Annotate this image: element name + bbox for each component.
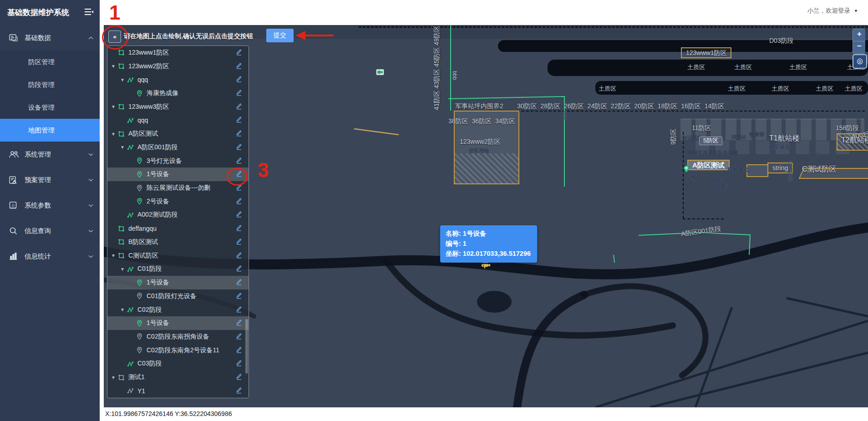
tree-item-label: qqq xyxy=(137,117,233,124)
tree-item-18[interactable]: C01防段灯光设备 xyxy=(107,289,249,303)
tree-item-11[interactable]: 2号设备 xyxy=(107,195,249,208)
edit-pencil-icon[interactable] xyxy=(236,224,244,233)
tree-item-7[interactable]: ▼A防区001防段 xyxy=(107,141,249,154)
tree-item-10[interactable]: 陈云展测试设备---勿删 xyxy=(107,181,249,195)
tree-item-1[interactable]: ▼123www2防区 xyxy=(107,60,249,73)
map-pin-icon[interactable] xyxy=(683,165,690,173)
edit-pencil-icon[interactable] xyxy=(236,265,244,273)
edit-pencil-icon[interactable] xyxy=(236,198,244,206)
expand-arrow-icon[interactable]: ▼ xyxy=(120,145,127,150)
edit-pencil-icon[interactable] xyxy=(236,333,244,341)
device-pin-icon xyxy=(137,90,144,97)
tree-item-label: Y1 xyxy=(137,387,233,395)
tree-item-13[interactable]: deffangqu xyxy=(107,222,249,235)
edit-pencil-icon[interactable] xyxy=(236,319,244,327)
zone-rect-icon xyxy=(118,239,126,245)
tree-item-17-selected[interactable]: 1号设备 xyxy=(107,276,249,289)
edit-pencil-icon[interactable] xyxy=(236,360,244,368)
sidebar-item-zone-mgmt[interactable]: 防区管理 xyxy=(0,51,100,73)
sidebar-item-base-data[interactable]: 基础数据 xyxy=(0,25,100,51)
edit-pencil-icon[interactable] xyxy=(236,116,244,124)
tree-item-label: B防区测试 xyxy=(128,238,233,246)
tree-item-5[interactable]: qqq xyxy=(107,114,249,127)
expand-arrow-icon[interactable]: ▼ xyxy=(111,375,118,380)
tree-item-16[interactable]: ▼C01防段 xyxy=(107,263,249,276)
edit-pencil-icon[interactable] xyxy=(236,238,244,246)
tree-item-6[interactable]: ▼A防区测试 xyxy=(107,127,249,141)
tree-item-23[interactable]: C03防段 xyxy=(107,357,249,371)
tree-item-19[interactable]: ▼C02防段 xyxy=(107,303,249,317)
edit-pencil-icon[interactable] xyxy=(236,89,244,97)
map-label-27: T1航站楼 xyxy=(769,134,800,142)
map-label-39: 储煤场 xyxy=(715,184,731,190)
segment-line-icon xyxy=(127,361,135,367)
tree-item-8[interactable]: 3号灯光设备 xyxy=(107,154,249,168)
sidebar-item-device-mgmt[interactable]: 设备管理 xyxy=(0,96,100,119)
tree-item-3[interactable]: 海康热成像 xyxy=(107,86,249,100)
locate-button[interactable]: ◎ xyxy=(853,54,867,69)
annotation-circle-collapse xyxy=(102,25,128,50)
tree-item-24[interactable]: ▼测试1 xyxy=(107,370,249,384)
tree-item-15[interactable]: ▼C测试防区 xyxy=(107,249,249,263)
edit-pencil-icon[interactable] xyxy=(236,49,244,57)
tree-scrollbar[interactable] xyxy=(245,319,248,374)
submit-button[interactable]: 提交 xyxy=(266,29,294,42)
sidebar-item-info-query[interactable]: 信息查询 xyxy=(0,218,100,243)
tree-item-20-selected[interactable]: 1号设备 xyxy=(107,316,249,330)
expand-arrow-icon[interactable]: ▼ xyxy=(111,104,118,109)
edit-pencil-icon[interactable] xyxy=(236,62,244,71)
edit-pencil-icon[interactable] xyxy=(236,252,244,260)
segment-line-icon xyxy=(127,307,135,313)
cursor-coordinates: X:101.99867572426146 Y:36.522204306986 xyxy=(105,410,232,417)
tree-item-25[interactable]: Y1 xyxy=(107,384,249,398)
camera-icon[interactable] xyxy=(376,69,384,76)
zoom-in-button[interactable]: + xyxy=(853,29,865,41)
sidebar-collapse-icon[interactable] xyxy=(84,8,93,17)
expand-arrow-icon[interactable]: ▼ xyxy=(120,77,127,82)
edit-pencil-icon[interactable] xyxy=(236,387,244,395)
tree-item-0[interactable]: 123www1防区 xyxy=(107,46,249,60)
map-zoom-controls: + − xyxy=(853,29,865,54)
tree-item-21[interactable]: C02防段东南拐角设备 xyxy=(107,330,249,344)
sidebar-item-info-stats[interactable]: 信息统计 xyxy=(0,243,100,269)
map-canvas[interactable]: D03防段123www1防区土质区土质区土质区土质区土质区土质区土质区土质区土质… xyxy=(104,25,868,407)
map-label-17: 空军用地 xyxy=(469,148,489,154)
sidebar-item-system-mgmt[interactable]: 系统管理 xyxy=(0,142,100,167)
expand-arrow-icon[interactable]: ▼ xyxy=(111,64,118,69)
tree-item-12[interactable]: A002测试防段 xyxy=(107,208,249,222)
sidebar-item-sys-params[interactable]: D系统参数 xyxy=(0,193,100,218)
status-bar: X:101.99867572426146 Y:36.522204306986 xyxy=(100,407,868,421)
edit-pencil-icon[interactable] xyxy=(236,279,244,287)
edit-pencil-icon[interactable] xyxy=(236,292,244,300)
tree-item-14[interactable]: B防区测试 xyxy=(107,235,249,249)
tree-item-22[interactable]: C02防段东南角2号设备11 xyxy=(107,344,249,357)
sidebar-item-plan-mgmt[interactable]: 预案管理 xyxy=(0,167,100,193)
tree-item-4[interactable]: ▼123www3防区 xyxy=(107,100,249,114)
expand-arrow-icon[interactable]: ▼ xyxy=(120,267,127,272)
sidebar-item-segment-mgmt[interactable]: 防段管理 xyxy=(0,73,100,96)
expand-arrow-icon[interactable]: ▼ xyxy=(111,253,118,258)
user-menu[interactable]: 小兰，欢迎登录 ▼ xyxy=(807,7,858,15)
app-title: 基础数据维护系统 xyxy=(7,7,69,18)
edit-pencil-icon[interactable] xyxy=(236,211,244,219)
tree-item-label: C03防段 xyxy=(137,360,233,368)
map-label-21: 158防段 xyxy=(836,124,859,132)
segment-line-icon xyxy=(127,266,135,272)
tree-item-label: 123www1防区 xyxy=(128,49,233,57)
zoom-out-button[interactable]: − xyxy=(853,41,865,54)
edit-pencil-icon[interactable] xyxy=(236,157,244,165)
edit-pencil-icon[interactable] xyxy=(236,103,244,111)
edit-pencil-icon[interactable] xyxy=(236,76,244,84)
edit-pencil-icon[interactable] xyxy=(236,346,244,355)
app-logo: 基础数据维护系统 xyxy=(0,0,100,25)
map-label-4: 土质区 xyxy=(789,64,807,71)
sidebar-item-map-mgmt[interactable]: 地图管理 xyxy=(0,119,100,142)
expand-arrow-icon[interactable]: ▼ xyxy=(111,132,118,137)
edit-pencil-icon[interactable] xyxy=(236,373,244,381)
edit-pencil-icon[interactable] xyxy=(236,130,244,138)
tree-item-2[interactable]: ▼qqq xyxy=(107,73,249,86)
map-label-8: 土质区 xyxy=(772,86,789,92)
edit-pencil-icon[interactable] xyxy=(236,143,244,152)
edit-pencil-icon[interactable] xyxy=(236,306,244,314)
expand-arrow-icon[interactable]: ▼ xyxy=(120,307,127,312)
